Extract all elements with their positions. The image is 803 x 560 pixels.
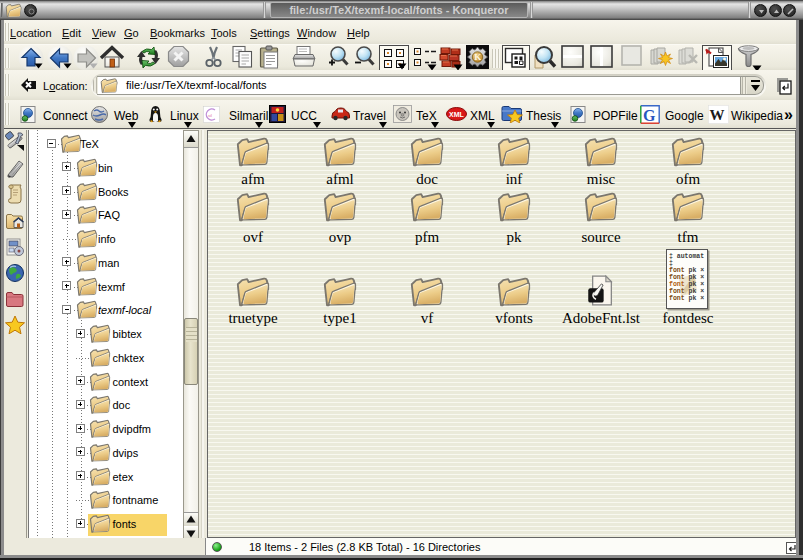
- svg-text:font pk ×: font pk ×: [669, 288, 704, 295]
- svg-text:G: G: [643, 107, 656, 124]
- svg-text:sil: sil: [208, 113, 212, 118]
- svg-text:W: W: [710, 107, 725, 123]
- svg-text:‡: ‡: [669, 260, 673, 267]
- svg-text:‡ automat: ‡ automat: [669, 253, 704, 260]
- svg-text:font pk ×: font pk ×: [669, 281, 704, 288]
- svg-text:K: K: [474, 52, 481, 62]
- svg-text:XML: XML: [449, 111, 465, 118]
- svg-text:font pk ×: font pk ×: [669, 295, 704, 302]
- svg-text:font pk ×: font pk ×: [669, 274, 704, 281]
- svg-text:font pk ×: font pk ×: [669, 267, 704, 274]
